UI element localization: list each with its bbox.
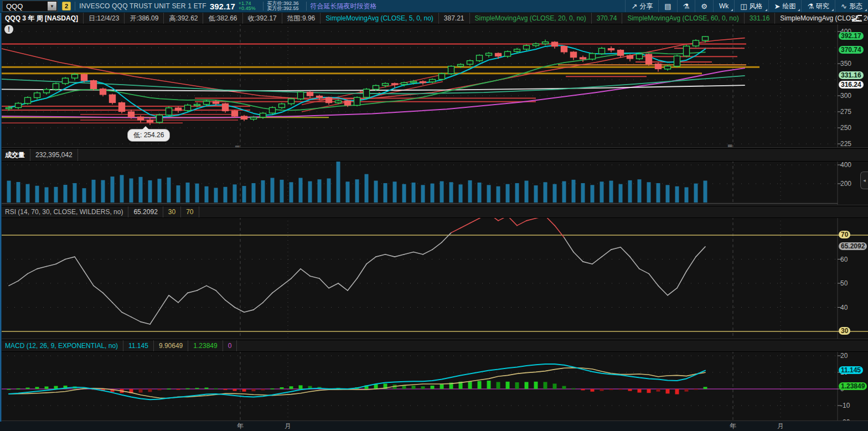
header-cell[interactable]: 成交量 xyxy=(0,149,30,161)
header-cell[interactable]: 387.21 xyxy=(439,13,470,24)
header-cell[interactable]: 232,395,042 xyxy=(30,149,78,161)
macd-pane[interactable] xyxy=(0,351,868,421)
风格-icon: ◫ xyxy=(740,2,747,11)
header-cell[interactable]: 65.2092 xyxy=(128,206,163,217)
header-cell[interactable]: RSI (14, 70, 30, CLOSE, WILDERS, no) xyxy=(0,206,128,217)
header-cell[interactable]: 范围:9.96 xyxy=(282,13,321,24)
header-cell[interactable]: MACD (12, 26, 9, EXPONENTIAL, no) xyxy=(0,340,123,351)
change-pct: +0.45% xyxy=(239,6,256,11)
svg-text:▦: ▦ xyxy=(235,144,240,147)
toolbar-button-label: Wk xyxy=(719,2,728,10)
header-cell[interactable]: QQQ 3 年 周 [NASDAQ] xyxy=(0,13,84,24)
header-cell[interactable]: SimpleMovingAvg (CLOSE, 20, 0, no) xyxy=(470,13,592,24)
header-cell[interactable]: 低:382.66 xyxy=(203,13,242,24)
time-axis-label: 月 xyxy=(285,422,291,431)
divider xyxy=(263,2,264,11)
dropdown-fold-icon xyxy=(731,9,733,11)
header-cell[interactable]: 30 xyxy=(163,206,181,217)
toolbar-button-icon1[interactable]: ▤ xyxy=(658,0,676,12)
bid-ask: 买方价:392.36 卖方价:392.55 xyxy=(267,1,299,11)
symbol-value[interactable]: QQQ xyxy=(3,2,47,11)
toolbar-button-label: 研究 xyxy=(816,2,829,11)
volume-svg xyxy=(0,160,868,205)
time-axis[interactable]: 年月年月 xyxy=(0,420,868,431)
volume-header-row: 成交量232,395,042 xyxy=(0,148,868,162)
side-panel-toggle[interactable]: ◂ xyxy=(860,172,868,189)
header-cell[interactable]: 收:392.17 xyxy=(243,13,282,24)
top-toolbar: QQQ ▼ 2 INVESCO QQQ TRUST UNIT SER 1 ETF… xyxy=(0,0,868,13)
warning-icon[interactable]: ! xyxy=(4,25,13,34)
header-cell[interactable]: 70 xyxy=(181,206,199,217)
symbol-dropdown-icon[interactable]: ▼ xyxy=(48,2,56,11)
extended-hours-eligibility: 符合延长隔夜时段资格 xyxy=(311,2,377,11)
header-cell[interactable]: 370.74 xyxy=(592,13,623,24)
time-axis-label: 年 xyxy=(237,422,244,431)
toolbar-button-分享[interactable]: ↗分享 xyxy=(625,0,658,12)
toolbar-button-绘图[interactable]: ➤绘图 xyxy=(768,0,802,12)
toolbar-button-label: 形态 xyxy=(849,2,862,11)
tool-icon: ▤ xyxy=(664,2,671,11)
alert-count-badge[interactable]: 2 xyxy=(62,2,71,11)
toolbar-button-风格[interactable]: ◫风格 xyxy=(734,0,768,12)
macd-header-row: MACD (12, 26, 9, EXPONENTIAL, no)11.1459… xyxy=(0,340,868,352)
dropdown-fold-icon xyxy=(765,9,767,11)
tool-icon: ⚙ xyxy=(701,2,707,11)
volume-pane[interactable] xyxy=(0,160,868,205)
header-cell[interactable]: 日:12/4/23 xyxy=(84,13,125,24)
last-price: 392.17 xyxy=(210,2,235,11)
dropdown-fold-icon xyxy=(798,9,800,11)
header-cell[interactable]: 11.145 xyxy=(123,340,154,351)
divider xyxy=(75,2,75,11)
header-cell[interactable]: 331.16 xyxy=(745,13,776,24)
low-price-callout: 低: 254.26 xyxy=(127,129,170,142)
header-cell[interactable]: 开:386.09 xyxy=(125,13,164,24)
toolbar-button-label: 风格 xyxy=(750,2,763,11)
header-cell[interactable]: SimpleMovingAvg (CLOSE, 60, 0, no) xyxy=(622,13,744,24)
header-cell[interactable]: 1.23849 xyxy=(188,340,223,351)
svg-text:▦: ▦ xyxy=(727,143,732,147)
header-cell[interactable]: SimpleMovingAvg (CLOSE, 5, 0, no) xyxy=(321,13,439,24)
toolbar-button-label: 分享 xyxy=(639,2,653,11)
time-axis-label: 年 xyxy=(730,422,736,431)
rsi-pane[interactable] xyxy=(0,217,868,339)
price-change: +1.74 +0.45% xyxy=(239,1,256,11)
rsi-header-row: RSI (14, 70, 30, CLOSE, WILDERS, no)65.2… xyxy=(0,206,868,218)
header-cell[interactable]: 9.90649 xyxy=(154,340,188,351)
toolbar-button-形态[interactable]: ∿形态 xyxy=(835,0,868,12)
symbol-input[interactable]: QQQ ▼ xyxy=(2,1,58,12)
研究-icon: ⚗ xyxy=(807,2,814,11)
dropdown-fold-icon xyxy=(831,9,834,11)
toolbar-button-icon3[interactable]: ⚙ xyxy=(695,0,713,12)
trading-app: QQQ ▼ 2 INVESCO QQQ TRUST UNIT SER 1 ETF… xyxy=(0,0,868,431)
header-cell[interactable]: 0 xyxy=(223,340,237,351)
macd-svg xyxy=(0,351,868,421)
header-cell[interactable]: 高:392.62 xyxy=(164,13,203,24)
rsi-svg xyxy=(0,217,868,339)
chart-header-row: QQQ 3 年 周 [NASDAQ]日:12/4/23开:386.09高:392… xyxy=(0,12,868,24)
chart-style-icon[interactable] xyxy=(851,14,862,24)
left-edge-border xyxy=(0,12,2,422)
ask-price: 卖方价:392.55 xyxy=(267,6,299,11)
tool-icon: ⚗ xyxy=(683,2,690,11)
toolbar-button-研究[interactable]: ⚗研究 xyxy=(801,0,835,12)
dropdown-fold-icon xyxy=(865,9,867,11)
toolbar-button-Wk[interactable]: Wk xyxy=(713,0,734,12)
time-axis-label: 月 xyxy=(777,422,784,431)
toolbar-button-icon2[interactable]: ⚗ xyxy=(677,0,695,12)
price-chart-svg: ▦▦▦▦ xyxy=(0,23,868,147)
instrument-description: INVESCO QQQ TRUST UNIT SER 1 ETF xyxy=(79,2,206,10)
绘图-icon: ➤ xyxy=(774,2,781,11)
形态-icon: ∿ xyxy=(841,2,847,11)
toolbar-button-label: 绘图 xyxy=(782,2,795,11)
分享-icon: ↗ xyxy=(631,2,637,11)
toolbar-buttons: ↗分享▤⚗⚙Wk◫风格➤绘图⚗研究∿形态 xyxy=(625,0,868,12)
divider xyxy=(306,2,307,11)
